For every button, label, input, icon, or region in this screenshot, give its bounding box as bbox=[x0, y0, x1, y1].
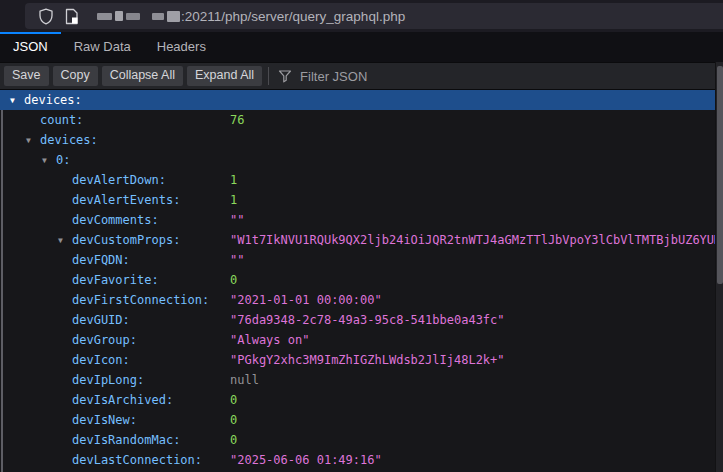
row-key: devIsArchived: bbox=[72, 393, 173, 407]
row-key: devLastConnection: bbox=[72, 453, 202, 467]
json-toolbar: Save Copy Collapse All Expand All bbox=[0, 62, 723, 90]
row-indent bbox=[0, 223, 72, 224]
tab-bar: JSON Raw Data Headers bbox=[0, 32, 723, 62]
page-icon[interactable] bbox=[64, 8, 79, 25]
row-key: devGUID: bbox=[72, 313, 130, 327]
row-indent bbox=[0, 183, 72, 184]
row-indent bbox=[0, 243, 58, 244]
row-value: null bbox=[230, 370, 259, 390]
filter-json-input[interactable] bbox=[298, 68, 498, 85]
row-value: 76 bbox=[230, 110, 244, 130]
tab-json-label: JSON bbox=[13, 39, 48, 54]
row-indent bbox=[0, 163, 42, 164]
tree-row[interactable]: ▼devices: bbox=[0, 130, 715, 150]
row-value: "Always on" bbox=[230, 330, 309, 350]
row-value: "2025-06-06 01:49:16" bbox=[230, 450, 382, 470]
tree-row[interactable]: ▼devices: bbox=[0, 90, 715, 110]
expand-all-button[interactable]: Expand All bbox=[187, 66, 262, 86]
scrollbar[interactable] bbox=[715, 62, 723, 472]
row-indent bbox=[0, 143, 26, 144]
row-key: devAlertDown: bbox=[72, 173, 166, 187]
tree-row[interactable]: devFQDN: "" bbox=[0, 250, 715, 270]
row-key: count: bbox=[40, 113, 83, 127]
row-value: 0 bbox=[230, 430, 237, 450]
url-bar[interactable]: :20211/php/server/query_graphql.php bbox=[25, 3, 723, 29]
row-indent bbox=[0, 103, 10, 104]
row-key: devAlertEvents: bbox=[72, 193, 180, 207]
row-indent bbox=[0, 443, 72, 444]
row-value: 0 bbox=[230, 390, 237, 410]
row-key: devIpLong: bbox=[72, 373, 144, 387]
row-value: "" bbox=[230, 250, 244, 270]
row-key: devCustomProps: bbox=[72, 233, 180, 247]
row-value: 1 bbox=[230, 190, 237, 210]
tree-row[interactable]: ▼0: bbox=[0, 150, 715, 170]
row-indent bbox=[0, 303, 72, 304]
tree-row[interactable]: devComments: "" bbox=[0, 210, 715, 230]
tab-raw-data[interactable]: Raw Data bbox=[61, 32, 144, 62]
row-value: 0 bbox=[230, 270, 237, 290]
url-text[interactable]: :20211/php/server/query_graphql.php bbox=[181, 9, 405, 24]
tab-headers[interactable]: Headers bbox=[144, 32, 219, 62]
expander-icon[interactable]: ▼ bbox=[26, 131, 40, 150]
row-key: devIcon: bbox=[72, 353, 130, 367]
tree-row[interactable]: count: 76 bbox=[0, 110, 715, 130]
tree-row[interactable]: devFirstConnection: "2021-01-01 00:00:00… bbox=[0, 290, 715, 310]
save-button[interactable]: Save bbox=[4, 66, 49, 86]
row-key: 0: bbox=[56, 153, 70, 167]
filter-funnel-icon bbox=[278, 69, 292, 83]
copy-button[interactable]: Copy bbox=[53, 66, 98, 86]
row-indent bbox=[0, 283, 72, 284]
row-key: devIsNew: bbox=[72, 413, 137, 427]
expander-icon[interactable]: ▼ bbox=[42, 151, 56, 170]
tab-json[interactable]: JSON bbox=[0, 32, 61, 62]
redacted-host bbox=[97, 3, 180, 29]
tree-row[interactable]: devIsArchived: 0 bbox=[0, 390, 715, 410]
row-value: "" bbox=[230, 210, 244, 230]
tree-row[interactable]: devAlertDown: 1 bbox=[0, 170, 715, 190]
row-indent bbox=[0, 263, 72, 264]
row-indent bbox=[0, 423, 72, 424]
browser-toolbar: :20211/php/server/query_graphql.php bbox=[0, 0, 723, 32]
row-key: devices: bbox=[24, 93, 82, 107]
tab-headers-label: Headers bbox=[157, 39, 206, 54]
tree-row[interactable]: devFavorite: 0 bbox=[0, 270, 715, 290]
row-key: devComments: bbox=[72, 213, 159, 227]
row-key: devIsRandomMac: bbox=[72, 433, 180, 447]
indent-guide-line bbox=[1, 110, 3, 472]
row-indent bbox=[0, 123, 40, 124]
row-indent bbox=[0, 343, 72, 344]
row-indent bbox=[0, 363, 72, 364]
row-value: "2021-01-01 00:00:00" bbox=[230, 290, 382, 310]
tree-row[interactable]: devGUID: "76da9348-2c78-49a3-95c8-541bbe… bbox=[0, 310, 715, 330]
row-indent bbox=[0, 383, 72, 384]
row-key: devices: bbox=[40, 133, 98, 147]
row-indent bbox=[0, 463, 72, 464]
tree-row[interactable]: ▼devCustomProps: "W1t7IkNVU1RQUk9QX2ljb2… bbox=[0, 230, 715, 250]
tree-row[interactable]: devGroup: "Always on" bbox=[0, 330, 715, 350]
expander-icon[interactable]: ▼ bbox=[10, 91, 24, 110]
tree-row[interactable]: devAlertEvents: 1 bbox=[0, 190, 715, 210]
row-indent bbox=[0, 323, 72, 324]
row-value: "76da9348-2c78-49a3-95c8-541bbe0a43fc" bbox=[230, 310, 505, 330]
collapse-all-button[interactable]: Collapse All bbox=[102, 66, 183, 86]
tree-row[interactable]: devIpLong: null bbox=[0, 370, 715, 390]
row-value: 0 bbox=[230, 410, 237, 430]
expander-icon[interactable]: ▼ bbox=[58, 231, 72, 250]
row-value: "PGkgY2xhc3M9ImZhIGZhLWdsb2JlIj48L2k+" bbox=[230, 350, 505, 370]
row-key: devFavorite: bbox=[72, 273, 159, 287]
row-value: 1 bbox=[230, 170, 237, 190]
json-tree: ▼devices: count: 76 ▼devices: ▼0: devAle… bbox=[0, 90, 715, 472]
row-indent bbox=[0, 403, 72, 404]
toolbar-separator bbox=[268, 67, 269, 85]
row-indent bbox=[0, 203, 72, 204]
scrollbar-thumb[interactable] bbox=[717, 66, 723, 284]
row-key: devFQDN: bbox=[72, 253, 130, 267]
row-key: devGroup: bbox=[72, 333, 137, 347]
tree-row[interactable]: devIcon: "PGkgY2xhc3M9ImZhIGZhLWdsb2JlIj… bbox=[0, 350, 715, 370]
tree-row[interactable]: devLastConnection: "2025-06-06 01:49:16" bbox=[0, 450, 715, 470]
tree-row[interactable]: devIsNew: 0 bbox=[0, 410, 715, 430]
shield-icon[interactable] bbox=[38, 8, 54, 25]
row-value: "W1t7IkNVU1RQUk9QX2ljb24iOiJQR2tnWTJ4aGM… bbox=[230, 230, 715, 250]
tree-row[interactable]: devIsRandomMac: 0 bbox=[0, 430, 715, 450]
